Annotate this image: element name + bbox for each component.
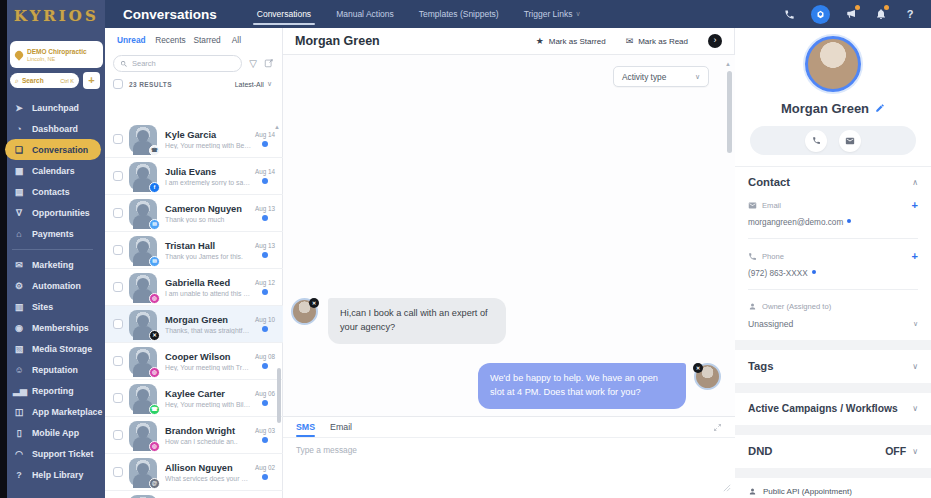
sort-dropdown[interactable]: Latest-All∨ [235,80,272,88]
app-badge-icon[interactable] [811,5,830,24]
chat-scrollbar[interactable] [727,71,732,153]
list-tab-recents[interactable]: Recents [155,35,193,45]
row-checkbox[interactable] [113,208,123,218]
email-field-label: Email + [748,200,918,211]
message-date: Aug 06 [255,390,275,397]
row-checkbox[interactable] [113,134,123,144]
sidebar-item-help-library[interactable]: ?Help Library [0,464,105,485]
sidebar-item-automation[interactable]: ⚙Automation [0,275,105,296]
row-checkbox[interactable] [113,430,123,440]
add-email-button[interactable]: + [912,200,918,211]
activity-type-dropdown[interactable]: Activity type ∨ [613,66,709,87]
collapse-panel-button[interactable]: › [708,34,722,48]
list-tab-all[interactable]: All [232,35,270,45]
email-value[interactable]: morgangreen@demo.com [748,218,918,227]
sidebar-item-support-ticket[interactable]: ◠Support Ticket [0,443,105,464]
dnd-section[interactable]: DND OFF ∨ [735,435,931,457]
mark-as-read-button[interactable]: ✉Mark as Read [626,36,688,46]
list-scrollbar[interactable] [277,368,281,423]
tab-manual-actions[interactable]: Manual Actions [336,0,394,28]
phone-value[interactable]: (972) 863-XXXX [748,269,918,278]
compose-tab-sms[interactable]: SMS [296,417,315,437]
sidebar-item-conversation[interactable]: ❏Conversation [5,139,101,160]
conversation-row[interactable]: ◎ Gabriella ReedI am unable to attend th… [105,269,283,306]
call-button[interactable] [805,130,827,152]
list-tab-starred[interactable]: Starred [194,35,232,45]
email-button[interactable] [839,130,861,152]
owner-dropdown[interactable]: Unassigned∨ [748,319,918,329]
sidebar-item-media-storage[interactable]: ▧Media Storage [0,338,105,359]
conversation-row[interactable]: f Julia EvansI am extremely sorry to say… [105,158,283,195]
search-input[interactable] [132,59,235,68]
account-switcher[interactable]: DEMO Chiropractic Lincoln, NE [10,41,103,68]
quick-add-button[interactable]: + [83,72,100,89]
rocket-icon: ➤ [13,103,25,113]
sidebar-item-app-marketplace[interactable]: ◫App Marketplace [0,401,105,422]
compose-tab-email[interactable]: Email [330,417,352,437]
sidebar-item-sites[interactable]: ▥Sites [0,296,105,317]
conversation-row[interactable]: ◎ Cooper WilsonHey, Your meeting with Tr… [105,343,283,380]
filter-funnel-icon[interactable]: ▽ [249,59,257,69]
sidebar-item-payments[interactable]: ⌂Payments [0,223,105,244]
row-checkbox[interactable] [113,356,123,366]
sidebar-item-launchpad[interactable]: ➤Launchpad [0,97,105,118]
sidebar-search[interactable]: ⌕ Search Ctrl K [10,73,79,88]
chevron-down-icon: ∨ [912,362,918,371]
sidebar-item-reporting[interactable]: ▂▅Reporting [0,380,105,401]
conversation-row[interactable]: ✉ Cameron NguyenThank you so much Aug 13 [105,195,283,232]
phone-icon[interactable] [782,7,796,21]
channel-badge-x: ✕ [149,330,160,341]
tab-trigger-links[interactable]: Trigger Links∨ [524,0,581,28]
chevron-up-icon[interactable]: ∧ [912,178,918,187]
conversation-row[interactable]: ☎ Kaylee CarterHey, Your meeting with Bi… [105,380,283,417]
campaigns-section[interactable]: Active Campaigns / Workflows ∨ [735,393,931,414]
message-input[interactable] [283,438,735,498]
question-icon: ? [13,470,25,480]
message-date: Aug 10 [255,316,275,323]
conversation-row[interactable]: ✉ Tristan HallThank you James for this. … [105,232,283,269]
sidebar-item-calendars[interactable]: ▦Calendars [0,160,105,181]
edit-pencil-icon[interactable] [875,99,885,117]
help-icon[interactable]: ? [903,7,917,21]
bell-icon[interactable] [874,7,888,21]
conversation-row-selected[interactable]: ✕ Morgan GreenThanks, that was straightf… [105,306,283,343]
compose-icon[interactable] [264,58,274,70]
scroll-up-icon[interactable]: ▲ [274,124,280,130]
sidebar-item-mobile-app[interactable]: ▯Mobile App [0,422,105,443]
sidebar-item-contacts[interactable]: ▤Contacts [0,181,105,202]
resize-grip[interactable] [723,478,731,496]
conversation-row[interactable]: ◎ Brandon WrightHow can I schedule an.. … [105,417,283,454]
row-checkbox[interactable] [113,467,123,477]
channel-badge-facebook: f [149,182,160,193]
mark-as-starred-button[interactable]: ★Mark as Starred [536,36,606,46]
tab-templates-snippets[interactable]: Templates (Snippets) [419,0,499,28]
row-checkbox[interactable] [113,393,123,403]
sidebar-item-marketing[interactable]: ✉Marketing [0,254,105,275]
megaphone-icon[interactable] [845,7,859,21]
tags-section[interactable]: Tags ∨ [735,350,931,372]
row-checkbox[interactable] [113,245,123,255]
bar-chart-icon: ▂▅ [13,386,25,396]
scroll-up-icon[interactable]: ▲ [725,61,731,67]
conversation-row[interactable]: ☎ Kyle GarciaHey, Your meeting with Ben … [105,121,283,158]
avatar: ✕ [129,310,157,338]
sidebar-item-opportunities[interactable]: ∇Opportunities [0,202,105,223]
unread-dot [262,252,268,258]
select-all-checkbox[interactable] [113,79,123,89]
brand-logo: KYRIOS [14,7,99,25]
row-checkbox[interactable] [113,282,123,292]
expand-icon[interactable] [713,418,722,436]
add-phone-button[interactable]: + [912,251,918,262]
sidebar-item-memberships[interactable]: ◉Memberships [0,317,105,338]
row-checkbox[interactable] [113,171,123,181]
conversation-row[interactable]: ☎ Savannah RobertsWhat is your pricing s… [105,491,283,498]
conversation-row[interactable]: @ Allison NguyenWhat services does your … [105,454,283,491]
list-search-row: ▽ [105,51,282,74]
tab-conversations[interactable]: Conversations [257,0,311,28]
headset-icon: ◠ [13,449,25,459]
row-checkbox[interactable] [113,319,123,329]
list-tab-unread[interactable]: Unread [117,35,155,45]
sidebar-item-reputation[interactable]: ☺Reputation [0,359,105,380]
sidebar-item-dashboard[interactable]: ◔Dashboard [0,118,105,139]
channel-badge-x: ✕ [693,363,703,373]
